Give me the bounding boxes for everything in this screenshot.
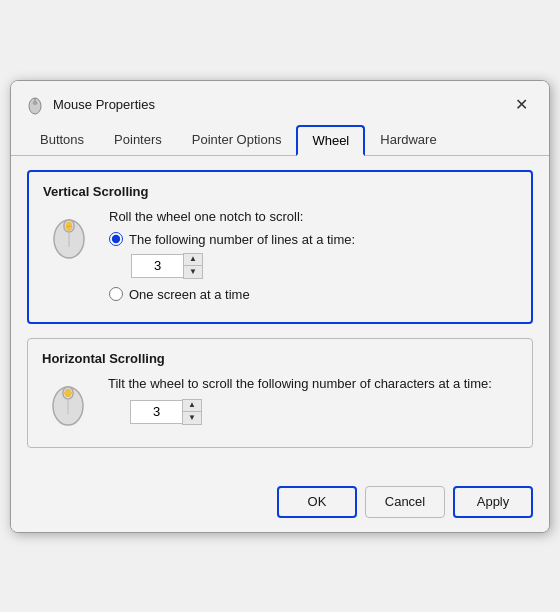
cancel-button[interactable]: Cancel (365, 486, 445, 518)
chars-increment-button[interactable]: ▲ (183, 400, 201, 412)
title-bar: Mouse Properties ✕ (11, 81, 549, 125)
chars-value-input[interactable] (130, 400, 182, 424)
lines-spinner-row: ▲ ▼ (131, 253, 517, 279)
dialog-footer: OK Cancel Apply (11, 476, 549, 532)
horizontal-scrolling-section: Horizontal Scrolling Tilt the wheel to s… (27, 338, 533, 448)
tab-bar: Buttons Pointers Pointer Options Wheel H… (11, 125, 549, 156)
vertical-mouse-icon (43, 209, 95, 261)
dialog-title: Mouse Properties (53, 97, 155, 112)
title-mouse-icon (25, 95, 45, 115)
tab-pointers[interactable]: Pointers (99, 125, 177, 156)
tab-buttons[interactable]: Buttons (25, 125, 99, 156)
chars-spinner-row: ▲ ▼ (130, 399, 518, 425)
lines-radio-label: The following number of lines at a time: (129, 232, 355, 247)
apply-button[interactable]: Apply (453, 486, 533, 518)
vertical-scroll-options: Roll the wheel one notch to scroll: The … (109, 209, 517, 308)
horizontal-scroll-options: Tilt the wheel to scroll the following n… (108, 376, 518, 433)
ok-button[interactable]: OK (277, 486, 357, 518)
tab-wheel[interactable]: Wheel (296, 125, 365, 156)
tab-pointer-options[interactable]: Pointer Options (177, 125, 297, 156)
vertical-scrolling-section: Vertical Scrolling Roll the wheel one no… (27, 170, 533, 324)
dialog-window: Mouse Properties ✕ Buttons Pointers Poin… (10, 80, 550, 533)
tilt-label: Tilt the wheel to scroll the following n… (108, 376, 518, 391)
close-button[interactable]: ✕ (507, 91, 535, 119)
lines-value-input[interactable] (131, 254, 183, 278)
horizontal-mouse-icon (42, 376, 94, 428)
dialog-content: Vertical Scrolling Roll the wheel one no… (11, 156, 549, 476)
tab-hardware[interactable]: Hardware (365, 125, 451, 156)
vertical-section-inner: Roll the wheel one notch to scroll: The … (43, 209, 517, 308)
radio-row-lines: The following number of lines at a time: (109, 232, 517, 247)
vertical-section-title: Vertical Scrolling (43, 184, 517, 199)
lines-increment-button[interactable]: ▲ (184, 254, 202, 266)
horizontal-section-inner: Tilt the wheel to scroll the following n… (42, 376, 518, 433)
screen-radio-label: One screen at a time (129, 287, 250, 302)
svg-point-2 (33, 101, 37, 104)
horizontal-section-title: Horizontal Scrolling (42, 351, 518, 366)
chars-spinner-buttons: ▲ ▼ (182, 399, 202, 425)
lines-spinner-buttons: ▲ ▼ (183, 253, 203, 279)
radio-row-screen: One screen at a time (109, 287, 517, 302)
lines-radio[interactable] (109, 232, 123, 246)
roll-label: Roll the wheel one notch to scroll: (109, 209, 517, 224)
chars-decrement-button[interactable]: ▼ (183, 412, 201, 424)
lines-decrement-button[interactable]: ▼ (184, 266, 202, 278)
screen-radio[interactable] (109, 287, 123, 301)
title-bar-left: Mouse Properties (25, 95, 155, 115)
